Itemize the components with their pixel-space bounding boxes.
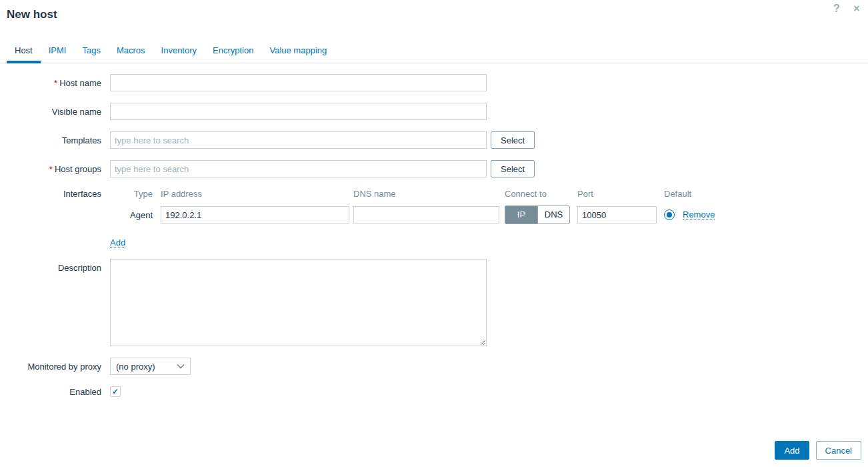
tab-ipmi[interactable]: IPMI [41,40,75,63]
host-name-label: *Host name [7,78,101,88]
add-interface-wrap: Add [110,238,715,248]
chevron-down-icon [177,364,185,369]
interfaces-row: Interfaces Type IP address DNS name Conn… [7,189,868,248]
required-asterisk: * [54,78,57,88]
interfaces-table: Type IP address DNS name Connect to Port… [110,189,715,248]
dialog-header: New host ? × [0,0,868,21]
column-header-port: Port [577,189,657,199]
interface-dns-input[interactable] [353,206,499,223]
dialog-header-icons: ? × [831,3,863,15]
interfaces-label: Interfaces [7,189,101,199]
monitored-by-proxy-row: Monitored by proxy (no proxy) [7,358,868,375]
templates-search-input[interactable] [110,131,487,149]
visible-name-input[interactable] [110,103,487,120]
interface-row-agent: Agent IP DNS Remove [110,205,715,224]
visible-name-row: Visible name [7,103,868,120]
add-interface-link[interactable]: Add [110,238,125,248]
host-groups-select-button[interactable]: Select [491,160,535,177]
host-name-input[interactable] [110,74,487,91]
host-groups-search-input[interactable] [110,160,487,177]
tab-inventory[interactable]: Inventory [153,40,205,63]
add-button[interactable]: Add [775,441,809,460]
templates-select-button[interactable]: Select [491,131,535,149]
interface-ip-input[interactable] [161,206,349,223]
tab-tags[interactable]: Tags [74,40,108,63]
host-groups-label: *Host groups [7,164,101,174]
close-icon[interactable]: × [851,3,863,15]
interfaces-header: Type IP address DNS name Connect to Port… [110,189,715,199]
tab-host[interactable]: Host [7,40,41,63]
connect-to-dns-option[interactable]: DNS [537,206,569,223]
monitored-by-proxy-label: Monitored by proxy [7,362,101,372]
column-header-type: Type [110,189,157,199]
required-asterisk: * [49,164,53,174]
enabled-row: Enabled ✓ [7,386,868,397]
visible-name-label: Visible name [7,107,101,117]
tab-bar: Host IPMI Tags Macros Inventory Encrypti… [0,40,868,63]
connect-to-ip-option[interactable]: IP [505,206,537,223]
description-label: Description [7,259,101,273]
dialog-footer: Add Cancel [775,441,861,460]
host-form: *Host name Visible name Templates Select… [0,74,868,397]
column-header-connect-to: Connect to [505,189,570,199]
enabled-label: Enabled [7,387,101,397]
proxy-select[interactable]: (no proxy) [110,358,191,375]
interface-type-label: Agent [110,210,157,220]
help-icon[interactable]: ? [831,3,843,15]
proxy-select-value: (no proxy) [116,362,155,372]
tab-macros[interactable]: Macros [109,40,153,63]
remove-interface-link[interactable]: Remove [683,209,715,220]
column-header-ip-address: IP address [161,189,349,199]
description-textarea[interactable] [110,259,487,346]
enabled-checkbox[interactable]: ✓ [110,386,121,397]
templates-row: Templates Select [7,131,868,149]
description-row: Description [7,259,868,346]
cancel-button[interactable]: Cancel [816,441,861,460]
connect-to-toggle: IP DNS [505,205,570,224]
tab-encryption[interactable]: Encryption [205,40,261,63]
tab-value-mapping[interactable]: Value mapping [261,40,335,63]
templates-label: Templates [7,135,101,145]
checkmark-icon: ✓ [112,387,119,396]
host-name-row: *Host name [7,74,868,91]
column-header-default: Default [664,189,691,199]
interface-port-input[interactable] [577,206,657,223]
default-interface-radio[interactable] [664,209,675,220]
radio-dot [667,212,672,217]
host-groups-row: *Host groups Select [7,160,868,177]
page-title: New host [7,8,861,21]
column-header-dns-name: DNS name [353,189,499,199]
